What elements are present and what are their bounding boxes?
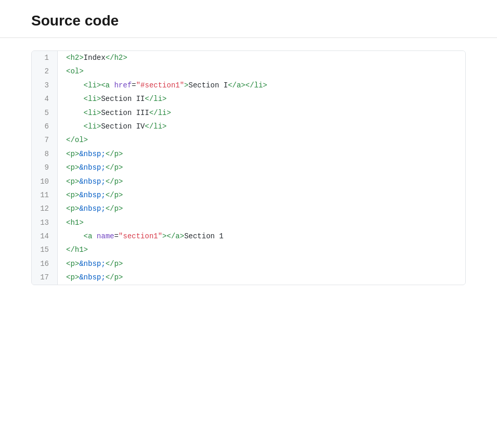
table-row: 7</ol> xyxy=(32,133,465,147)
table-row: 8<p>&nbsp;</p> xyxy=(32,147,465,161)
page-header: Source code xyxy=(0,0,497,38)
table-row: 6 <li>Section IV</li> xyxy=(32,120,465,133)
table-row: 4 <li>Section II</li> xyxy=(32,92,465,106)
table-row: 16<p>&nbsp;</p> xyxy=(32,257,465,271)
line-number: 4 xyxy=(32,92,58,106)
code-container: 1<h2>Index</h2>2<ol>3 <li><a href="#sect… xyxy=(31,50,466,285)
line-number: 5 xyxy=(32,106,58,120)
page-title: Source code xyxy=(31,12,466,29)
code-line-content: <p>&nbsp;</p> xyxy=(58,161,465,174)
code-line-content: <p>&nbsp;</p> xyxy=(58,202,465,215)
code-line-content: <p>&nbsp;</p> xyxy=(58,147,465,161)
line-number: 15 xyxy=(32,243,58,257)
code-line-content: <li><a href="#section1">Section I</a></l… xyxy=(58,79,465,92)
line-number: 1 xyxy=(32,51,58,65)
line-number: 10 xyxy=(32,175,58,188)
line-number: 12 xyxy=(32,202,58,215)
table-row: 2<ol> xyxy=(32,65,465,78)
code-line-content: <ol> xyxy=(58,65,465,78)
code-line-content: <p>&nbsp;</p> xyxy=(58,188,465,202)
table-row: 5 <li>Section III</li> xyxy=(32,106,465,120)
table-row: 15</h1> xyxy=(32,243,465,257)
line-number: 7 xyxy=(32,133,58,147)
code-line-content: <li>Section II</li> xyxy=(58,92,465,106)
line-number: 6 xyxy=(32,120,58,133)
code-line-content: <h1> xyxy=(58,216,465,229)
table-row: 1<h2>Index</h2> xyxy=(32,51,465,65)
line-number: 14 xyxy=(32,229,58,243)
table-row: 9<p>&nbsp;</p> xyxy=(32,161,465,174)
code-body: 1<h2>Index</h2>2<ol>3 <li><a href="#sect… xyxy=(32,51,465,285)
table-row: 10<p>&nbsp;</p> xyxy=(32,175,465,188)
line-number: 9 xyxy=(32,161,58,174)
code-line-content: <h2>Index</h2> xyxy=(58,51,465,65)
code-line-content: <li>Section III</li> xyxy=(58,106,465,120)
line-number: 3 xyxy=(32,79,58,92)
code-line-content: <p>&nbsp;</p> xyxy=(58,175,465,188)
code-line-content: <p>&nbsp;</p> xyxy=(58,271,465,284)
table-row: 11<p>&nbsp;</p> xyxy=(32,188,465,202)
code-line-content: <a name="section1"></a>Section 1 xyxy=(58,229,465,243)
line-number: 2 xyxy=(32,65,58,78)
code-line-content: </h1> xyxy=(58,243,465,257)
table-row: 13<h1> xyxy=(32,216,465,229)
line-number: 13 xyxy=(32,216,58,229)
table-row: 3 <li><a href="#section1">Section I</a><… xyxy=(32,79,465,92)
line-number: 16 xyxy=(32,257,58,271)
table-row: 14 <a name="section1"></a>Section 1 xyxy=(32,229,465,243)
table-row: 12<p>&nbsp;</p> xyxy=(32,202,465,215)
code-table: 1<h2>Index</h2>2<ol>3 <li><a href="#sect… xyxy=(32,51,465,285)
code-line-content: <li>Section IV</li> xyxy=(58,120,465,133)
code-line-content: <p>&nbsp;</p> xyxy=(58,257,465,271)
line-number: 8 xyxy=(32,147,58,161)
line-number: 17 xyxy=(32,271,58,284)
line-number: 11 xyxy=(32,188,58,202)
code-line-content: </ol> xyxy=(58,133,465,147)
table-row: 17<p>&nbsp;</p> xyxy=(32,271,465,284)
